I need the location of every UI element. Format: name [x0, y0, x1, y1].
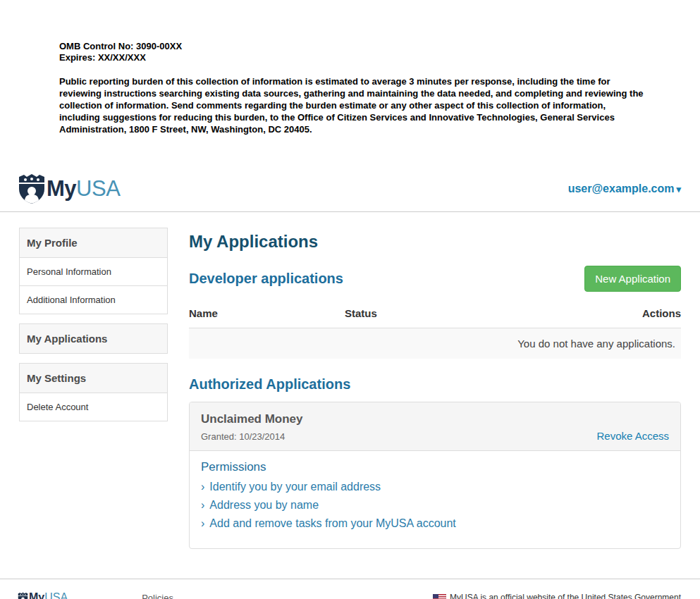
developer-applications-table: Name Status Actions You do not have any … [189, 303, 681, 359]
developer-applications-header-row: Developer applications New Application [189, 266, 681, 292]
omb-notice: OMB Control No: 3090-00XX Expires: XX/XX… [59, 41, 700, 63]
main-content: My Applications Developer applications N… [189, 228, 681, 549]
sidebar-item-my-applications[interactable]: My Applications [20, 324, 167, 353]
user-account-menu[interactable]: user@example.com▾ [568, 183, 681, 195]
omb-expires: Expires: XX/XX/XXX [59, 52, 700, 63]
myusa-logo[interactable]: MyUSA [18, 173, 120, 204]
permissions-title: Permissions [201, 460, 669, 474]
permission-item-email[interactable]: ›Identify you by your email address [201, 478, 669, 496]
page-title: My Applications [189, 232, 681, 252]
sidebar-item-my-settings[interactable]: My Settings [20, 364, 167, 393]
footer-official-text: MyUSA is an official website of the Unit… [450, 593, 681, 599]
table-header-row: Name Status Actions [189, 303, 681, 328]
permissions-list: ›Identify you by your email address ›Add… [201, 478, 669, 533]
us-flag-icon [433, 594, 446, 599]
footer-logo-wordmark: MyUSA [29, 591, 68, 599]
column-header-status: Status [345, 307, 642, 319]
shield-icon [18, 173, 46, 204]
chevron-right-icon: › [201, 517, 204, 529]
revoke-access-link[interactable]: Revoke Access [596, 430, 669, 442]
authorized-app-info: Unclaimed Money Granted: 10/23/2014 [201, 412, 303, 442]
authorized-app-card: Unclaimed Money Granted: 10/23/2014 Revo… [189, 402, 681, 549]
sidebar-item-my-profile[interactable]: My Profile [20, 228, 167, 257]
authorized-app-granted-date: Granted: 10/23/2014 [201, 431, 303, 442]
page-body: My Profile Personal Information Addition… [0, 212, 700, 549]
permission-item-name[interactable]: ›Address you by name [201, 496, 669, 514]
permission-item-label: Add and remove tasks from your MyUSA acc… [209, 517, 455, 529]
permission-item-label: Address you by name [209, 499, 319, 511]
column-header-actions: Actions [642, 307, 681, 319]
shield-icon [18, 592, 28, 599]
permission-item-tasks[interactable]: ›Add and remove tasks from your MyUSA ac… [201, 514, 669, 533]
sidebar-group-my-settings: My Settings Delete Account [19, 363, 168, 421]
site-header: MyUSA user@example.com▾ [0, 135, 700, 212]
sidebar-item-delete-account[interactable]: Delete Account [20, 393, 167, 421]
sidebar: My Profile Personal Information Addition… [19, 228, 168, 431]
omb-control-number: OMB Control No: 3090-00XX [59, 41, 700, 52]
footer-official-notice: MyUSA is an official website of the Unit… [433, 593, 681, 599]
sidebar-item-additional-information[interactable]: Additional Information [20, 285, 167, 314]
footer-myusa-logo[interactable]: MyUSA [18, 591, 68, 599]
user-email: user@example.com [568, 183, 675, 194]
chevron-right-icon: › [201, 499, 204, 511]
column-header-name: Name [189, 307, 345, 319]
site-footer: MyUSA Policies MyUSA is an official webs… [0, 579, 700, 599]
authorized-app-card-body: Permissions ›Identify you by your email … [190, 451, 680, 548]
permission-item-label: Identify you by your email address [209, 481, 381, 493]
authorized-applications-heading: Authorized Applications [189, 376, 681, 393]
table-empty-message: You do not have any applications. [189, 328, 681, 359]
sidebar-item-personal-information[interactable]: Personal Information [20, 257, 167, 285]
sidebar-group-my-applications: My Applications [19, 323, 168, 354]
logo-wordmark: MyUSA [47, 176, 120, 202]
authorized-app-card-header: Unclaimed Money Granted: 10/23/2014 Revo… [190, 402, 680, 451]
policies-link[interactable]: Policies [142, 593, 173, 599]
chevron-right-icon: › [201, 481, 204, 493]
developer-applications-heading: Developer applications [189, 271, 343, 287]
sidebar-group-my-profile: My Profile Personal Information Addition… [19, 228, 168, 314]
burden-statement: Public reporting burden of this collecti… [59, 75, 644, 135]
new-application-button[interactable]: New Application [584, 266, 681, 292]
caret-down-icon: ▾ [676, 184, 681, 194]
authorized-app-name: Unclaimed Money [201, 412, 303, 426]
